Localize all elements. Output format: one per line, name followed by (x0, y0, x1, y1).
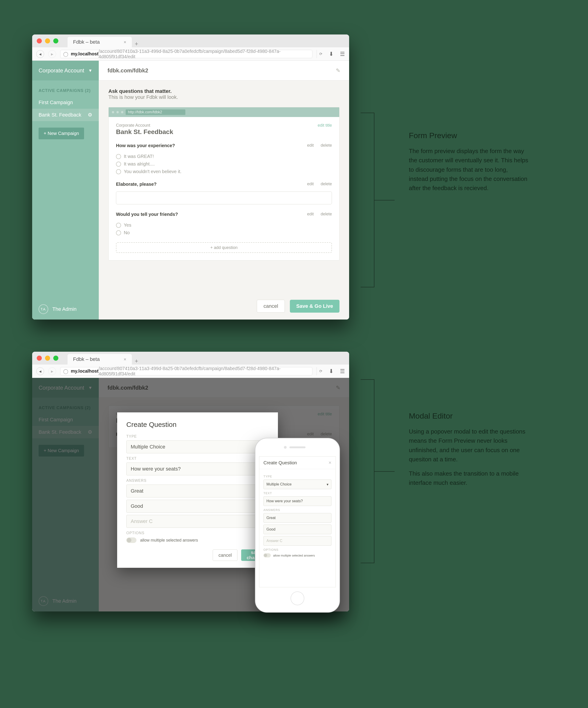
account-selector[interactable]: Corporate Account ▼ (32, 61, 99, 81)
mobile-modal-header: Create Question × (259, 456, 336, 469)
mobile-answer-input-placeholder[interactable]: Answer C (264, 536, 332, 546)
type-select[interactable]: Multiple Choice ▾ (126, 440, 269, 453)
campaign-label: Bank St. Feedback (39, 112, 81, 118)
question-text: Would you tell your friends? (116, 212, 178, 217)
pencil-icon[interactable]: ✎ (336, 67, 340, 74)
radio-icon (116, 161, 121, 167)
mobile-answer-input[interactable]: Great (264, 513, 332, 523)
radio-option[interactable]: You wouldn't even believe it. (116, 169, 332, 174)
refresh-button[interactable]: ⟳ (316, 367, 325, 375)
download-icon[interactable]: ⬇ (329, 368, 334, 375)
phone-camera (284, 446, 287, 449)
modal-cancel-button[interactable]: cancel (213, 550, 238, 561)
radio-option[interactable]: It was alright.... (116, 161, 332, 167)
back-button[interactable]: ◂ (36, 50, 44, 58)
annotation-modal-editor: Modal Editor Using a popover modal to ed… (409, 411, 528, 493)
delete-link[interactable]: delete (321, 143, 332, 148)
answer-input[interactable]: Great (126, 484, 269, 497)
sidebar-item-campaign-0[interactable]: First Campaign (32, 96, 99, 109)
field-label-type: TYPE (126, 435, 269, 439)
browser-tab[interactable]: Fdbk – beta × (67, 37, 132, 47)
close-window-button[interactable] (37, 356, 42, 361)
url-bar[interactable]: ◯ my.localhost /account/807410a3-11a3-49… (60, 367, 312, 375)
field-label-options: OPTIONS (126, 531, 269, 535)
question-text-input[interactable]: How were your seats? (126, 463, 269, 475)
minimize-window-button[interactable] (45, 38, 50, 43)
radio-icon (116, 169, 121, 174)
tab-bar: Fdbk – beta × + (32, 352, 349, 364)
tab-title: Fdbk – beta (73, 39, 100, 45)
url-bar[interactable]: ◯ my.localhost /account/807410a3-11a3-49… (60, 50, 312, 58)
delete-link[interactable]: delete (321, 212, 332, 216)
radio-icon (116, 154, 121, 159)
cancel-button[interactable]: cancel (257, 300, 285, 313)
minimize-window-button[interactable] (45, 356, 50, 361)
edit-link[interactable]: edit (307, 182, 314, 186)
maximize-window-button[interactable] (53, 356, 58, 361)
lead-text: Ask questions that matter. This is how y… (109, 88, 339, 100)
new-campaign-button[interactable]: + New Campaign (39, 127, 84, 139)
annotation-title: Modal Editor (409, 411, 528, 420)
delete-link[interactable]: delete (321, 182, 332, 186)
edit-link[interactable]: edit (307, 143, 314, 148)
browser-window-1: Fdbk – beta × + ◂ ▸ ◯ my.localhost /acco… (32, 34, 349, 320)
close-tab-icon[interactable]: × (124, 357, 126, 362)
gear-icon[interactable]: ⚙ (88, 112, 92, 118)
url-bar-row: ◂ ▸ ◯ my.localhost /account/807410a3-11a… (32, 364, 349, 378)
question-block-1: Elaborate, please? edit delete (116, 182, 332, 204)
close-window-button[interactable] (37, 38, 42, 43)
close-icon[interactable]: × (329, 460, 332, 466)
allow-multiple-toggle[interactable] (126, 537, 136, 543)
maximize-window-button[interactable] (53, 38, 58, 43)
answer-input[interactable]: Good (126, 500, 269, 512)
home-button[interactable] (290, 591, 304, 605)
radio-icon (116, 223, 121, 228)
add-question-button[interactable]: + add question (116, 242, 332, 253)
refresh-button[interactable]: ⟳ (316, 50, 325, 58)
mobile-modal-title: Create Question (264, 460, 297, 466)
annotation-body: The form preview displays the form the w… (409, 146, 528, 193)
mobile-answer-input[interactable]: Good (264, 525, 332, 534)
text-answer-input[interactable] (116, 191, 332, 204)
save-go-live-button[interactable]: Save & Go Live (290, 300, 339, 313)
url-host: my.localhost (71, 368, 98, 374)
edit-link[interactable]: edit (307, 212, 314, 216)
question-text: How was your experience? (116, 143, 175, 148)
new-tab-button[interactable]: + (132, 357, 141, 364)
close-tab-icon[interactable]: × (124, 39, 126, 45)
lead-sub: This is how your Fdbk will look. (109, 94, 178, 100)
annotation-body: Using a popover modal to edit the questi… (409, 427, 528, 464)
browser-tab[interactable]: Fdbk – beta × (67, 354, 132, 364)
radio-option[interactable]: It was GREAT! (116, 154, 332, 159)
question-text: Elaborate, please? (116, 182, 157, 187)
traffic-lights (37, 38, 58, 43)
mobile-text-input[interactable]: How were your seats? (264, 496, 332, 506)
url-path: /account/807410a3-11a3-499d-8a25-0b7a0ef… (98, 49, 309, 59)
field-label-text: TEXT (126, 456, 269, 461)
app-shell: Corporate Account ▼ ACTIVE CAMPAIGNS (2)… (32, 61, 349, 320)
answer-input-placeholder[interactable]: Answer C (126, 515, 269, 528)
new-tab-button[interactable]: + (132, 40, 141, 47)
menu-icon[interactable]: ☰ (340, 51, 345, 57)
menu-icon[interactable]: ☰ (340, 368, 345, 375)
edit-title-link[interactable]: edit title (318, 123, 332, 128)
tab-title: Fdbk – beta (73, 356, 100, 362)
forward-button[interactable]: ▸ (48, 367, 56, 375)
preview-title: Bank St. Feedback (116, 128, 173, 136)
lead-bold: Ask questions that matter. (109, 88, 172, 94)
phone-top (255, 438, 339, 456)
back-button[interactable]: ◂ (36, 367, 44, 375)
avatar[interactable]: T.A. (39, 304, 48, 314)
sidebar: Corporate Account ▼ ACTIVE CAMPAIGNS (2)… (32, 61, 99, 320)
radio-option[interactable]: No (116, 230, 332, 235)
sidebar-item-campaign-1[interactable]: Bank St. Feedback ⚙ (32, 109, 99, 121)
mobile-allow-multiple-toggle[interactable] (264, 553, 271, 557)
chevron-down-icon: ▼ (88, 68, 92, 73)
bracket (361, 379, 374, 563)
radio-icon (116, 230, 121, 235)
mobile-type-select[interactable]: Multiple Choice▾ (264, 479, 332, 489)
sidebar-footer: T.A. The Admin (32, 299, 99, 320)
download-icon[interactable]: ⬇ (329, 51, 334, 57)
radio-option[interactable]: Yes (116, 223, 332, 228)
forward-button[interactable]: ▸ (48, 50, 56, 58)
